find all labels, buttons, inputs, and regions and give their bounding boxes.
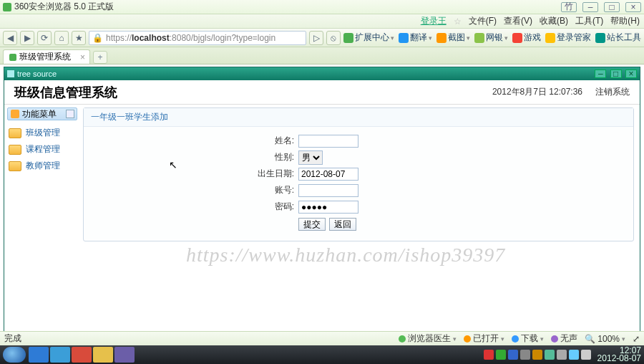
app-close-button[interactable]: × [625, 70, 637, 78]
form-title: 一年级一班学生添加 [84, 108, 633, 127]
sys-max-button[interactable]: □ [604, 2, 620, 12]
task-eclipse[interactable] [114, 347, 135, 363]
app-title: 班级信息管理系统 [14, 84, 492, 101]
tray-network-icon[interactable] [569, 350, 579, 360]
sidebar-item-teacher[interactable]: 教师管理 [7, 158, 77, 174]
task-app1[interactable] [72, 347, 92, 363]
input-password[interactable] [298, 201, 358, 214]
app-window-caption: tree source [17, 70, 593, 78]
menu-help[interactable]: 帮助(H) [610, 15, 640, 27]
url-input[interactable]: 🔒 https://localhost:8080/bjgls/login?typ… [89, 31, 306, 45]
sys-close-button[interactable]: × [625, 2, 641, 12]
select-gender[interactable]: 男 [298, 150, 323, 165]
sidebar-item-label: 教师管理 [26, 160, 60, 172]
browser-menubar: 登录王 ☆ 文件(F) 查看(V) 收藏(B) 工具(T) 帮助(H) [0, 14, 644, 29]
lock-icon: 🔒 [92, 33, 103, 43]
sidebar-item-course[interactable]: 课程管理 [7, 141, 77, 158]
tray-icon[interactable] [557, 350, 567, 360]
logout-link[interactable]: 注销系统 [595, 86, 630, 98]
tab-favicon [9, 54, 16, 61]
new-tab-button[interactable]: + [93, 51, 107, 64]
sidebar: 功能菜单 班级管理 课程管理 教师管理 [4, 105, 80, 348]
nav-back-button[interactable]: ◀ [3, 31, 17, 45]
menu-fav[interactable]: 收藏(B) [540, 15, 568, 27]
label-gender: 性别: [84, 151, 298, 163]
tray-icon[interactable] [532, 350, 542, 360]
taskbar: 12:07 2012-08-07 [0, 345, 644, 364]
start-button[interactable] [3, 347, 26, 363]
main-content: 一年级一班学生添加 姓名: 性别: 男 出生日期: 账号 [80, 105, 640, 348]
menu-view[interactable]: 查看(V) [504, 15, 532, 27]
app-min-button[interactable]: – [595, 70, 606, 78]
tool-login[interactable]: 登录管家 [545, 32, 591, 44]
tray-icon[interactable] [496, 350, 506, 360]
tray-icon[interactable] [484, 350, 494, 360]
app-window: tree source – □ × 班级信息管理系统 2012年8月7日 12:… [4, 67, 640, 360]
label-dob: 出生日期: [84, 168, 298, 180]
tool-game[interactable]: 游戏 [512, 32, 541, 44]
tray-volume-icon[interactable] [581, 350, 591, 360]
login-link[interactable]: 登录王 [421, 15, 447, 27]
sidebar-item-label: 班级管理 [26, 127, 60, 139]
tool-site[interactable]: 站长工具 [595, 32, 641, 44]
input-dob[interactable] [298, 168, 358, 181]
status-mute[interactable]: 无声 [551, 332, 577, 345]
back-button[interactable]: 返回 [329, 218, 356, 231]
browser-navbar: ◀ ▶ ⟳ ⌂ ★ 🔒 https://localhost:8080/bjgls… [0, 29, 644, 47]
tray-icon[interactable] [545, 350, 555, 360]
status-download[interactable]: 下载▾ [512, 332, 544, 345]
app-window-icon [7, 70, 14, 77]
sys-min-button[interactable]: – [582, 2, 598, 12]
task-folder[interactable] [93, 347, 113, 363]
sidebar-collapse-button[interactable] [66, 110, 74, 118]
app-titlebar: tree source – □ × [4, 67, 640, 80]
taskbar-clock[interactable]: 12:07 2012-08-07 [597, 347, 641, 363]
sidebar-item-class[interactable]: 班级管理 [7, 125, 77, 141]
nav-stop-button[interactable]: ⦸ [326, 31, 341, 45]
task-ie[interactable] [29, 347, 49, 363]
browser-title: 360安全浏览器 5.0 正式版 [14, 1, 561, 13]
gear-icon [11, 110, 19, 118]
nav-go-button[interactable]: ▷ [309, 31, 323, 45]
status-doctor[interactable]: 浏览器医生▾ [399, 332, 457, 345]
status-zoom[interactable]: 🔍100%▾ [585, 334, 625, 344]
browser-favicon [3, 3, 11, 11]
tool-trans[interactable]: 翻译▾ [399, 32, 432, 44]
browser-tabbar: 班级管理系统 × + [0, 47, 644, 64]
url-text: https://localhost:8080/bjgls/login?type=… [106, 33, 275, 43]
submit-button[interactable]: 提交 [298, 218, 326, 231]
app-max-button[interactable]: □ [610, 70, 622, 78]
task-browser[interactable] [50, 347, 70, 363]
tab-close-icon[interactable]: × [80, 52, 85, 62]
menu-tools[interactable]: 工具(T) [575, 15, 603, 27]
form-panel: 一年级一班学生添加 姓名: 性别: 男 出生日期: 账号 [83, 107, 634, 241]
input-account[interactable] [298, 184, 358, 197]
nav-fwd-button[interactable]: ▶ [20, 31, 34, 45]
nav-fav-button[interactable]: ★ [72, 31, 86, 45]
label-password: 密码: [84, 201, 298, 213]
folder-icon [9, 145, 21, 155]
tool-snap[interactable]: 截图▾ [436, 32, 470, 44]
folder-icon [9, 128, 21, 138]
tool-net[interactable]: 网银▾ [474, 32, 508, 44]
nav-reload-button[interactable]: ⟳ [37, 31, 52, 45]
browser-statusbar: 完成 浏览器医生▾ 已打开▾ 下载▾ 无声 🔍100%▾ ⤢ [0, 331, 644, 345]
folder-icon [9, 161, 21, 171]
sidebar-item-label: 课程管理 [26, 143, 60, 155]
menu-file[interactable]: 文件(F) [469, 15, 497, 27]
sys-collapse-button[interactable]: 竹 [561, 2, 577, 12]
input-name[interactable] [298, 135, 358, 148]
tab-label: 班级管理系统 [19, 51, 71, 63]
sidebar-header-label: 功能菜单 [22, 108, 57, 120]
nav-home-button[interactable]: ⌂ [54, 31, 69, 45]
tray-icon[interactable] [508, 350, 518, 360]
label-name: 姓名: [84, 135, 298, 147]
sidebar-header: 功能菜单 [7, 107, 77, 120]
browser-titlebar: 360安全浏览器 5.0 正式版 竹 – □ × [0, 0, 644, 14]
status-open[interactable]: 已打开▾ [464, 332, 504, 345]
tab-active[interactable]: 班级管理系统 × [3, 49, 90, 64]
tray-icon[interactable] [520, 350, 530, 360]
tool-ext[interactable]: 扩展中心▾ [343, 32, 394, 44]
status-expand[interactable]: ⤢ [633, 334, 640, 344]
label-account: 账号: [84, 184, 298, 196]
